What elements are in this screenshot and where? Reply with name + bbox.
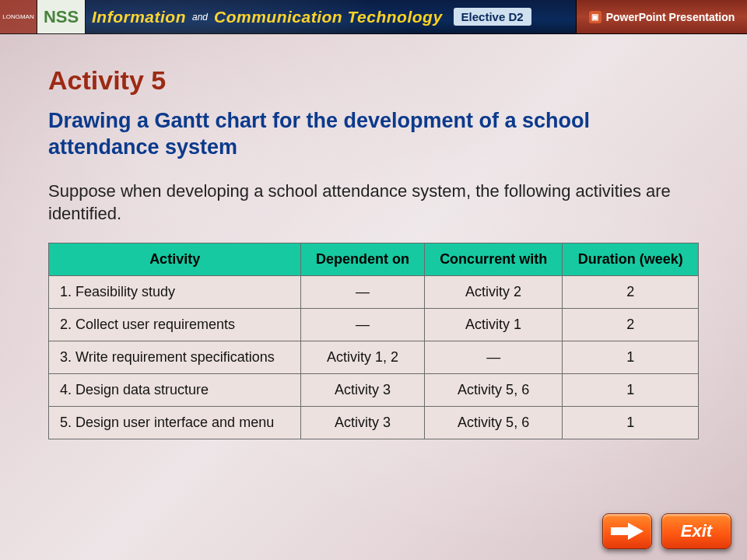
banner-title: Information and Communication Technology… bbox=[86, 0, 576, 33]
slide-lead-text: Suppose when developing a school attenda… bbox=[48, 180, 699, 226]
cell-duration: 1 bbox=[563, 341, 699, 373]
publisher-logo: LONGMAN bbox=[0, 0, 37, 33]
cell-dependent: — bbox=[301, 275, 425, 308]
cell-concurrent: — bbox=[424, 341, 563, 373]
cell-duration: 2 bbox=[563, 308, 699, 341]
table-row: 1. Feasibility study — Activity 2 2 bbox=[49, 275, 699, 308]
cell-dependent: Activity 3 bbox=[301, 406, 425, 439]
activities-table: Activity Dependent on Concurrent with Du… bbox=[48, 243, 699, 439]
cell-duration: 2 bbox=[563, 275, 699, 308]
slide-subheading: Drawing a Gantt chart for the developmen… bbox=[48, 108, 699, 161]
elective-badge: Elective D2 bbox=[454, 8, 531, 26]
cell-concurrent: Activity 2 bbox=[424, 275, 563, 308]
cell-duration: 1 bbox=[563, 406, 699, 439]
cell-activity: 5. Design user interface and menu bbox=[49, 406, 301, 439]
banner-title-word2: Communication Technology bbox=[214, 8, 443, 26]
nav-button-bar: Exit bbox=[602, 513, 731, 549]
banner-title-word1: Information bbox=[92, 8, 186, 26]
publisher-logo-text: LONGMAN bbox=[2, 14, 33, 20]
cell-concurrent: Activity 1 bbox=[424, 308, 563, 341]
cell-activity: 4. Design data structure bbox=[49, 373, 301, 406]
slide-body: Activity 5 Drawing a Gantt chart for the… bbox=[0, 34, 747, 560]
table-row: 2. Collect user requirements — Activity … bbox=[49, 308, 699, 341]
cell-concurrent: Activity 5, 6 bbox=[424, 373, 563, 406]
col-dependent: Dependent on bbox=[301, 243, 425, 275]
ppt-badge: ▣ PowerPoint Presentation bbox=[576, 0, 747, 33]
cell-dependent: Activity 1, 2 bbox=[301, 341, 425, 373]
col-duration: Duration (week) bbox=[563, 243, 699, 275]
cell-concurrent: Activity 5, 6 bbox=[424, 406, 563, 439]
ppt-label: PowerPoint Presentation bbox=[606, 11, 735, 23]
svg-marker-0 bbox=[611, 523, 644, 540]
table-header-row: Activity Dependent on Concurrent with Du… bbox=[49, 243, 699, 275]
cell-activity: 3. Write requirement specifications bbox=[49, 341, 301, 373]
next-button[interactable] bbox=[602, 513, 652, 549]
table-row: 5. Design user interface and menu Activi… bbox=[49, 406, 699, 439]
col-activity: Activity bbox=[49, 243, 301, 275]
table-row: 4. Design data structure Activity 3 Acti… bbox=[49, 373, 699, 406]
exit-button-label: Exit bbox=[681, 521, 712, 541]
cell-dependent: Activity 3 bbox=[301, 373, 425, 406]
cell-duration: 1 bbox=[563, 373, 699, 406]
ppt-icon: ▣ bbox=[589, 11, 601, 23]
exit-button[interactable]: Exit bbox=[661, 513, 731, 549]
banner-title-and: and bbox=[192, 12, 208, 23]
slide-heading: Activity 5 bbox=[48, 65, 699, 96]
cell-activity: 2. Collect user requirements bbox=[49, 308, 301, 341]
arrow-right-icon bbox=[611, 521, 644, 541]
cell-dependent: — bbox=[301, 308, 425, 341]
top-banner: LONGMAN NSS Information and Communicatio… bbox=[0, 0, 747, 34]
col-concurrent: Concurrent with bbox=[424, 243, 563, 275]
table-row: 3. Write requirement specifications Acti… bbox=[49, 341, 699, 373]
cell-activity: 1. Feasibility study bbox=[49, 275, 301, 308]
nss-badge: NSS bbox=[37, 0, 86, 33]
